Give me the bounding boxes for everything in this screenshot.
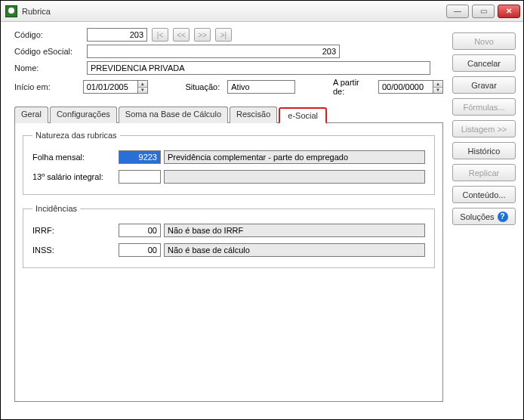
nav-last-button[interactable]: >| xyxy=(215,28,232,42)
maximize-button[interactable]: ▭ xyxy=(472,5,495,18)
situacao-label: Situação: xyxy=(185,82,220,91)
apartir-input[interactable] xyxy=(378,80,433,94)
inicio-label: Início em: xyxy=(14,82,79,91)
novo-button[interactable]: Novo xyxy=(452,32,516,50)
codigo-esocial-label: Código eSocial: xyxy=(14,47,82,56)
irrf-code-input[interactable] xyxy=(119,224,161,237)
codigo-esocial-input[interactable] xyxy=(87,45,340,58)
incidencias-group: Incidências IRRF: INSS: xyxy=(23,204,435,268)
listagem-button[interactable]: Listagem >> xyxy=(452,120,516,137)
irrf-label: IRRF: xyxy=(32,226,116,235)
chevron-down-icon[interactable]: ▼ xyxy=(433,88,442,94)
tab-soma-base[interactable]: Soma na Base de Cálculo xyxy=(119,107,228,123)
decimo-label: 13º salário integral: xyxy=(32,172,116,181)
folha-code-input[interactable] xyxy=(119,150,161,164)
natureza-legend: Natureza das rubricas xyxy=(32,131,120,140)
window-title: Rubrica xyxy=(22,7,446,16)
tab-geral[interactable]: Geral xyxy=(14,107,48,123)
chevron-down-icon[interactable]: ▼ xyxy=(138,88,147,94)
sidebar: Novo Cancelar Gravar Fórmulas... Listage… xyxy=(452,28,516,412)
inss-desc xyxy=(164,243,425,257)
incidencias-legend: Incidências xyxy=(32,204,80,213)
folha-desc xyxy=(164,150,425,164)
gravar-button[interactable]: Gravar xyxy=(452,76,516,94)
folha-label: Folha mensal: xyxy=(32,153,116,162)
titlebar: Rubrica — ▭ ✕ xyxy=(1,1,523,22)
inicio-spinner[interactable]: ▲▼ xyxy=(83,80,148,94)
apartir-spinner[interactable]: ▲▼ xyxy=(378,80,443,94)
historico-button[interactable]: Histórico xyxy=(452,142,516,159)
codigo-label: Código: xyxy=(14,30,82,39)
solucoes-button[interactable]: Soluções ? xyxy=(452,208,516,225)
close-button[interactable]: ✕ xyxy=(498,5,520,18)
app-icon xyxy=(5,5,17,17)
chevron-up-icon[interactable]: ▲ xyxy=(433,81,442,88)
nome-label: Nome: xyxy=(14,63,82,73)
inss-label: INSS: xyxy=(32,246,116,255)
tab-rescisao[interactable]: Rescisão xyxy=(230,107,277,123)
solucoes-label: Soluções xyxy=(460,212,494,221)
minimize-button[interactable]: — xyxy=(446,5,469,18)
replicar-button[interactable]: Replicar xyxy=(452,164,516,181)
tab-body: Natureza das rubricas Folha mensal: 13º … xyxy=(14,122,443,402)
nav-prev-button[interactable]: << xyxy=(173,28,190,42)
tabstrip: Geral Configurações Soma na Base de Cálc… xyxy=(14,107,443,123)
nav-next-button[interactable]: >> xyxy=(194,28,211,42)
inicio-input[interactable] xyxy=(83,80,137,94)
conteudo-button[interactable]: Conteúdo... xyxy=(452,186,516,203)
decimo-desc xyxy=(164,170,425,184)
situacao-input[interactable] xyxy=(227,80,295,94)
apartir-label: A partir de: xyxy=(333,78,371,96)
natureza-group: Natureza das rubricas Folha mensal: 13º … xyxy=(23,131,435,195)
chevron-up-icon[interactable]: ▲ xyxy=(138,81,147,88)
tab-esocial[interactable]: e-Social xyxy=(279,107,327,124)
irrf-desc xyxy=(164,224,425,237)
nome-input[interactable] xyxy=(87,61,430,75)
decimo-code-input[interactable] xyxy=(119,170,161,184)
cancelar-button[interactable]: Cancelar xyxy=(452,54,516,72)
tab-configuracoes[interactable]: Configurações xyxy=(50,107,117,123)
help-icon: ? xyxy=(498,212,508,222)
formulas-button[interactable]: Fórmulas... xyxy=(452,98,516,116)
codigo-input[interactable] xyxy=(87,28,147,42)
inss-code-input[interactable] xyxy=(119,243,161,257)
nav-first-button[interactable]: |< xyxy=(152,28,168,42)
